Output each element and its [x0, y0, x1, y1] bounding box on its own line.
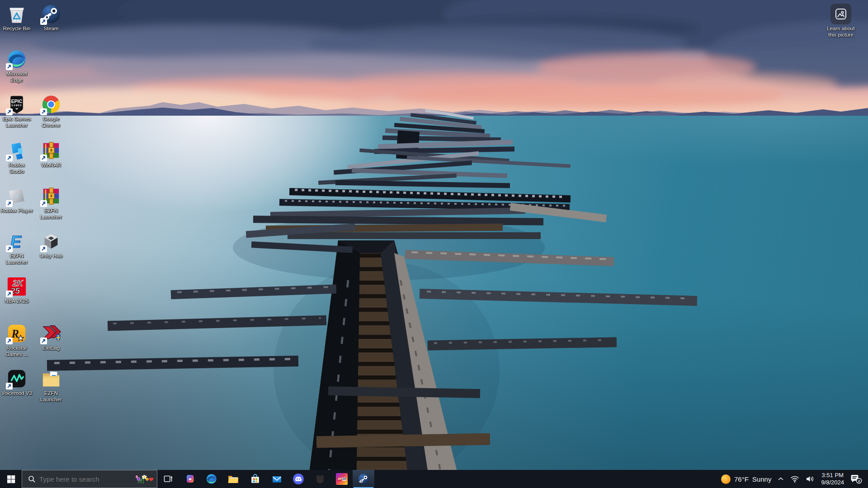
shortcut-arrow-icon	[40, 200, 47, 207]
desktop-icon-label: Steam	[43, 26, 58, 32]
steam-icon	[41, 4, 61, 24]
hidden-icons-button[interactable]	[774, 470, 787, 488]
rockstar-games-icon: R	[6, 323, 27, 344]
chevron-up-icon	[778, 477, 784, 481]
search-flowers-decoration	[134, 473, 154, 485]
desktop-icon-ezfn-app[interactable]: E EZFN Launcher	[0, 231, 33, 265]
desktop-icon-label: Voicemod V3	[1, 390, 32, 397]
desktop-icon-roblox-studio[interactable]: Roblox Studio	[0, 140, 33, 174]
task-view-icon	[163, 474, 173, 484]
task-view-button[interactable]	[157, 470, 179, 488]
shortcut-arrow-icon	[6, 63, 13, 70]
taskbar-app-nba-2k24[interactable]: 2K 24	[331, 470, 353, 488]
svg-text:2K: 2K	[337, 477, 342, 480]
desktop-icon-nba-2k25[interactable]: 2K 25 NBA 2K25	[0, 276, 33, 305]
desktop-icon-google-chrome[interactable]: Google Chrome	[34, 94, 68, 128]
desktop-icon-label: Unity Hub	[40, 253, 63, 259]
desktop-icon-steam[interactable]: Steam	[34, 4, 68, 32]
taskbar-app-background[interactable]	[309, 470, 331, 488]
desktop-icon-winrar[interactable]: WinRAR	[34, 140, 68, 169]
taskbar-app-edge[interactable]	[201, 470, 222, 488]
clock-date: 9/8/2024	[821, 479, 844, 486]
desktop-icon-epic-games[interactable]: EPIC GAMES Epic Games Launcher	[0, 94, 33, 128]
taskbar-app-mail[interactable]	[266, 470, 288, 488]
picture-info-icon	[830, 4, 851, 24]
learn-about-label: Learn about this picture	[827, 26, 854, 38]
winrar-icon	[41, 140, 61, 161]
desktop-icon-label: EZFN Launcher	[40, 390, 62, 403]
nba-2k25-icon: 2K 25	[6, 276, 27, 297]
taskbar-app-discord[interactable]	[288, 470, 309, 488]
ezfn-folder-icon: E	[41, 368, 61, 389]
desktop-icon-unity-hub[interactable]: Unity Hub	[34, 231, 68, 259]
taskbar: 2K 24 76°F Sunny	[0, 470, 868, 488]
shortcut-arrow-icon	[40, 18, 47, 25]
wallpaper-broken-pier	[0, 0, 868, 488]
desktop-icon-ezfn-folder[interactable]: E EZFN Launcher	[34, 368, 68, 403]
discord-icon	[292, 473, 304, 485]
desktop-icon-label: WinRAR	[41, 162, 61, 169]
desktop-icon-label: ExitLag	[42, 345, 60, 352]
shortcut-arrow-icon	[6, 108, 13, 115]
microsoft-edge-icon	[206, 473, 217, 485]
epic-games-icon: EPIC GAMES	[6, 94, 27, 115]
shortcut-arrow-icon	[6, 291, 13, 297]
exitlag-icon	[41, 323, 61, 344]
search-input[interactable]	[36, 475, 134, 483]
desktop-icon-label: Recycle Bin	[3, 26, 31, 32]
taskbar-app-steam-active[interactable]	[353, 470, 374, 488]
copilot-icon	[184, 474, 196, 485]
desktop-icon-voicemod[interactable]: Voicemod V3	[0, 368, 33, 397]
sun-icon	[721, 474, 731, 484]
steam-icon	[358, 473, 370, 485]
desktop-icon-label: NBA 2K25	[5, 298, 28, 305]
desktop-icon-microsoft-edge[interactable]: Microsoft Edge	[0, 49, 33, 83]
desktop-icon-label: Epic Games Launcher	[3, 116, 31, 128]
taskbar-search-box[interactable]	[22, 470, 157, 488]
roblox-studio-icon	[6, 140, 27, 161]
windows-logo-icon	[7, 475, 15, 483]
action-center-button[interactable]: 2	[847, 470, 865, 488]
microsoft-edge-icon	[6, 49, 27, 70]
desktop-icon-rockstar-games[interactable]: R Rockstar Games ...	[0, 323, 33, 357]
desktop-icon-label: Roblox Studio	[9, 162, 25, 174]
svg-text:24: 24	[342, 477, 346, 480]
start-button[interactable]	[0, 470, 22, 488]
learn-about-picture[interactable]: Learn about this picture	[818, 4, 863, 38]
search-icon	[28, 475, 36, 483]
volume-button[interactable]	[802, 470, 818, 488]
taskbar-clock[interactable]: 3:51 PM 9/8/2024	[818, 470, 847, 488]
taskbar-app-copilot[interactable]	[179, 470, 201, 488]
wallpaper	[0, 0, 868, 488]
weather-temp: 76°F	[734, 475, 749, 483]
desktop-icon-label: Google Chrome	[42, 116, 61, 128]
network-button[interactable]	[787, 470, 802, 488]
taskbar-app-file-explorer[interactable]	[222, 470, 244, 488]
desktop-icon-exitlag[interactable]: ExitLag	[34, 323, 68, 352]
mail-icon	[271, 474, 283, 485]
shortcut-arrow-icon	[40, 108, 47, 115]
svg-text:2: 2	[858, 479, 860, 483]
speaker-icon	[806, 475, 815, 483]
shortcut-arrow-icon	[6, 155, 13, 161]
google-chrome-icon	[41, 94, 61, 115]
shortcut-arrow-icon	[6, 245, 13, 252]
roblox-player-icon	[6, 186, 27, 206]
desktop-icon-roblox-player[interactable]: Roblox Player	[0, 186, 33, 214]
desktop-icon-recycle-bin[interactable]: Recycle Bin	[0, 4, 33, 32]
ezfn-archive-icon	[41, 186, 61, 206]
desktop-icon-ezfn-archive[interactable]: EZFN Launcher	[34, 186, 68, 220]
weather-condition: Sunny	[752, 475, 772, 483]
file-explorer-icon	[227, 473, 239, 485]
desktop-icon-label: Roblox Player	[0, 208, 33, 214]
taskbar-app-microsoft-store[interactable]	[244, 470, 266, 488]
recycle-bin-icon	[6, 4, 27, 24]
desktop-icon-label: EZFN Launcher	[6, 253, 28, 265]
system-tray: 76°F Sunny 3:51 P	[718, 470, 868, 488]
shortcut-arrow-icon	[6, 383, 13, 389]
desktop-icon-label: Microsoft Edge	[6, 71, 28, 83]
wifi-icon	[790, 475, 799, 483]
desktop-icon-label: Rockstar Games ...	[5, 345, 28, 357]
notification-icon: 2	[850, 474, 862, 484]
weather-widget[interactable]: 76°F Sunny	[718, 470, 774, 488]
